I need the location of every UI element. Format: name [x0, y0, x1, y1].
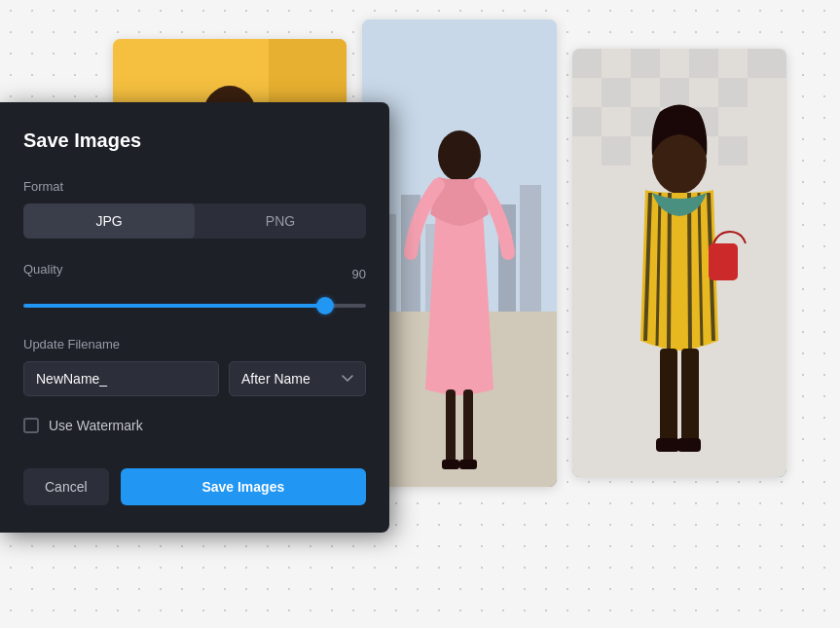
quality-label: Quality: [23, 262, 62, 277]
update-filename-label: Update Filename: [23, 337, 366, 351]
format-toggle: JPG PNG: [23, 203, 366, 239]
watermark-checkbox[interactable]: [23, 418, 39, 433]
save-images-button[interactable]: Save Images: [121, 468, 366, 505]
format-jpg-button[interactable]: JPG: [23, 203, 195, 239]
filename-inputs: After Name Before Name Replace Name: [23, 361, 366, 396]
watermark-label: Use Watermark: [49, 418, 143, 433]
filename-position-select[interactable]: After Name Before Name Replace Name: [229, 361, 366, 396]
watermark-row: Use Watermark: [23, 418, 366, 433]
filename-input[interactable]: [23, 361, 219, 396]
quality-value: 90: [352, 267, 366, 281]
quality-slider-container: [23, 294, 366, 312]
save-images-modal: Save Images Format JPG PNG Quality 90 Up…: [0, 102, 389, 533]
modal-overlay: Save Images Format JPG PNG Quality 90 Up…: [0, 0, 840, 628]
format-label: Format: [23, 179, 366, 194]
update-filename-section: Update Filename After Name Before Name R…: [23, 337, 366, 396]
modal-title: Save Images: [23, 129, 366, 152]
quality-slider[interactable]: [23, 304, 366, 308]
action-buttons: Cancel Save Images: [23, 468, 366, 505]
format-png-button[interactable]: PNG: [195, 203, 366, 239]
cancel-button[interactable]: Cancel: [23, 468, 109, 505]
